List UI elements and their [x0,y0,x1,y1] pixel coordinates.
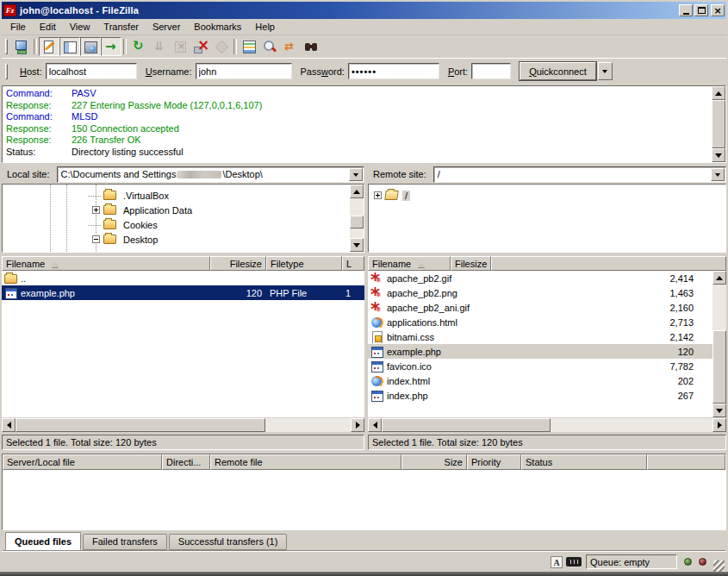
file-row[interactable]: apache_pb2_ani.gif 2,160 [368,300,712,315]
username-input[interactable] [196,63,292,79]
file-row[interactable]: index.html 202 [368,373,712,388]
toolbar-button[interactable] [39,37,59,56]
minimize-button[interactable] [679,4,693,16]
column-header[interactable]: Status [521,454,647,470]
scroll-right-icon[interactable] [712,418,726,432]
column-header[interactable]: Directi... [162,454,210,470]
status-bar: A Queue: empty [2,551,726,572]
column-header[interactable]: Remote file [210,454,401,470]
remote-site-combobox[interactable]: / [433,166,726,183]
menu-item[interactable]: Transfer [96,20,146,34]
column-header[interactable] [647,454,725,470]
queue-tab[interactable]: Failed transfers [83,534,167,550]
file-row[interactable]: index.php 267 [368,388,712,403]
toolbar-button[interactable] [101,37,121,56]
toolbar-button[interactable] [190,37,211,56]
tree-item[interactable]: .VirtualBox [3,188,350,203]
combo-dropdown-icon[interactable] [711,168,725,181]
local-site-combobox[interactable]: C:\Documents and Settings\Desktop\ [57,166,364,183]
toolbar-button[interactable] [280,37,301,56]
scroll-up-icon[interactable] [712,271,726,285]
tree-expander[interactable] [92,191,100,199]
toolbar-button[interactable] [149,37,170,56]
apache-file-icon [370,287,383,299]
combo-dropdown-icon[interactable] [349,168,363,181]
browser-panes: Local site: C:\Documents and Settings\De… [2,165,726,450]
menu-item[interactable]: Edit [33,20,63,34]
toolbar-button[interactable] [128,37,149,56]
toolbar-button[interactable] [59,37,80,56]
queue-tab[interactable]: Queued files [5,532,81,550]
scroll-down-icon[interactable] [712,404,726,417]
local-horizontal-scrollbar[interactable] [2,418,364,432]
tree-expander[interactable] [374,191,382,199]
toolbar-button [32,37,39,56]
speed-limit-icon [566,557,582,567]
toolbar-gripper[interactable] [5,39,8,54]
tree-item[interactable]: Desktop [3,232,350,247]
toolbar-button[interactable] [211,37,232,56]
tree-item[interactable]: Application Data [3,203,350,217]
toolbar-button[interactable] [80,37,101,56]
toolbar-button[interactable] [170,37,190,56]
scroll-left-icon[interactable] [2,418,16,432]
resize-grip[interactable] [713,560,725,572]
queue-status-pane: Queue: empty [586,554,677,569]
scroll-right-icon[interactable] [351,418,364,432]
host-input[interactable] [46,63,137,79]
quickconnect-button[interactable]: Quickconnect [520,62,596,80]
column-header[interactable]: Size [401,454,467,470]
log-line: Command:PASV [6,88,712,100]
file-row[interactable]: bitnami.css 2,142 [368,329,712,344]
tree-expander[interactable] [92,206,100,214]
column-header[interactable]: Server/Local file [3,454,162,470]
file-row[interactable]: .. [2,271,364,285]
file-row[interactable]: apache_pb2.png 1,463 [368,285,712,300]
column-header[interactable]: Priority [467,454,521,470]
quickconnect-gripper[interactable] [5,64,8,79]
log-line: Response:226 Transfer OK [6,135,712,147]
column-header[interactable]: Filesize [210,256,266,271]
column-header[interactable]: L [342,256,364,271]
remote-horizontal-scrollbar[interactable] [368,418,726,432]
column-header[interactable]: Filetype [266,256,342,271]
column-header[interactable]: Filesize [451,256,491,271]
tree-item[interactable]: / [369,188,725,203]
tree-expander[interactable] [92,235,100,243]
menu-item[interactable]: Help [248,20,282,34]
close-button[interactable]: × [711,4,725,16]
toolbar-button[interactable] [11,37,32,56]
menu-item[interactable]: File [3,20,33,34]
local-tree-scrollbar[interactable] [350,185,364,252]
quickconnect-dropdown-button[interactable] [598,62,613,80]
file-row[interactable]: applications.html 2,713 [368,315,712,329]
log-vertical-scrollbar[interactable] [712,86,725,162]
maximize-button[interactable] [694,4,708,16]
column-header[interactable]: Filename [368,256,451,271]
scroll-down-icon[interactable] [712,148,725,162]
file-row[interactable]: example.php 120 PHP File 1 [2,285,364,300]
scroll-up-icon[interactable] [350,185,364,198]
port-input[interactable] [471,63,511,79]
toolbar-button[interactable] [259,37,280,56]
menu-item[interactable]: View [63,20,97,34]
file-row[interactable]: apache_pb2.gif 2,414 [368,271,712,285]
column-header[interactable]: Filename [2,256,210,271]
file-row[interactable]: example.php 120 [368,344,712,359]
remote-list-scrollbar[interactable] [712,271,726,417]
scroll-up-icon[interactable] [712,86,725,100]
menu-item[interactable]: Bookmarks [187,20,248,34]
password-input[interactable] [348,63,439,79]
queue-header: Server/Local file Directi... Remote file… [3,454,725,470]
remote-site-label: Remote site: [368,167,432,181]
tree-item[interactable]: Cookies [3,217,350,232]
toolbar-button[interactable] [301,37,321,56]
scroll-left-icon[interactable] [368,418,382,432]
scroll-down-icon[interactable] [350,238,364,252]
tree-expander[interactable] [92,221,100,229]
menu-item[interactable]: Server [146,20,187,34]
queue-tab[interactable]: Successful transfers (1) [169,534,288,550]
file-row[interactable]: favicon.ico 7,782 [368,359,712,373]
toolbar-button[interactable] [239,37,259,56]
filezilla-logo-icon: Fz [3,4,16,16]
